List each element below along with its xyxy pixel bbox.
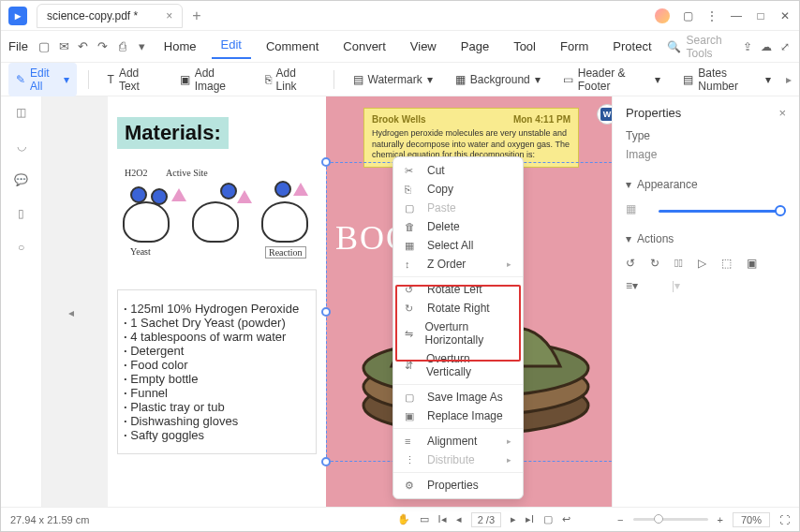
cm-alignment[interactable]: ≡Alignment▸ (393, 432, 523, 451)
actions-label: Actions (637, 232, 674, 245)
menu-edit[interactable]: Edit (212, 34, 251, 59)
slider-thumb[interactable] (775, 205, 786, 216)
last-page-icon[interactable]: ▸I (526, 513, 534, 525)
word-export-icon[interactable]: W (597, 104, 612, 125)
thumbnails-icon[interactable]: ◫ (16, 106, 26, 119)
cloud-icon[interactable]: ☁ (760, 38, 773, 55)
fullscreen-icon[interactable]: ⛶ (779, 514, 790, 525)
menu-file[interactable]: File (8, 39, 28, 53)
next-page-icon[interactable]: ▸ (511, 513, 516, 525)
search-panel-icon[interactable]: ○ (18, 241, 24, 254)
zoom-value[interactable]: 70% (733, 512, 770, 527)
collapse-icon[interactable]: ▾ (626, 232, 631, 245)
rotate-right-icon[interactable]: ↻ (650, 257, 659, 270)
selection-handle[interactable] (321, 157, 331, 167)
search-placeholder[interactable]: Search Tools (687, 34, 736, 60)
user-badge-icon[interactable] (655, 8, 670, 23)
list-item: Plastic tray or tub (124, 400, 310, 414)
save-icon: ▢ (405, 392, 418, 404)
panel-toggle-icon[interactable]: ▸ (786, 73, 792, 86)
notification-icon[interactable]: ▢ (681, 9, 694, 22)
zoom-out-icon[interactable]: − (617, 514, 623, 525)
window-minimize-icon[interactable]: — (730, 9, 743, 22)
add-link-button[interactable]: ⎘Add Link (258, 63, 322, 96)
select-tool-icon[interactable]: ▭ (420, 513, 429, 525)
edit-toolbar: ✎Edit All▾ TAdd Text ▣Add Image ⎘Add Lin… (1, 63, 799, 96)
zoom-in-icon[interactable]: + (718, 514, 723, 525)
prev-page-arrow[interactable]: ◂ (68, 306, 74, 319)
rotate-left-icon[interactable]: ↺ (626, 257, 635, 270)
panel-close-icon[interactable]: × (778, 106, 786, 120)
cm-z-order[interactable]: ↕Z Order▸ (393, 255, 523, 273)
cm-save-image[interactable]: ▢Save Image As (393, 388, 523, 406)
cm-cut[interactable]: ✂Cut (393, 161, 523, 180)
menu-view[interactable]: View (401, 36, 446, 57)
selection-handle[interactable] (321, 457, 331, 466)
undo-icon[interactable]: ↶ (77, 38, 91, 55)
export-icon[interactable]: ⇪ (742, 38, 755, 55)
replace-icon[interactable]: ▣ (747, 257, 757, 270)
expand-icon[interactable]: ⤢ (778, 38, 792, 55)
chevron-down-icon: ▾ (765, 73, 771, 86)
cm-select-all[interactable]: ▦Select All (393, 236, 523, 255)
menu-home[interactable]: Home (155, 36, 206, 57)
gear-icon: ⚙ (405, 480, 418, 492)
context-menu: ✂Cut ⎘Copy ▢Paste 🗑Delete ▦Select All ↕Z… (393, 156, 524, 499)
crop-icon[interactable]: ⬚ (721, 257, 732, 270)
redo-icon[interactable]: ↷ (96, 38, 110, 55)
cm-copy[interactable]: ⎘Copy (393, 180, 523, 199)
bates-number-button[interactable]: ▤Bates Number▾ (675, 63, 778, 96)
share-icon[interactable]: ▾ (135, 38, 149, 55)
cm-delete[interactable]: 🗑Delete (393, 217, 523, 236)
attachments-icon[interactable]: ▯ (18, 207, 24, 220)
prev-page-icon[interactable]: ◂ (456, 513, 462, 525)
header-footer-button[interactable]: ▭Header & Footer▾ (556, 63, 669, 96)
menu-convert[interactable]: Convert (333, 36, 395, 57)
menu-form[interactable]: Form (551, 36, 598, 57)
document-tab[interactable]: science-copy.pdf * × (37, 4, 183, 28)
background-button[interactable]: ▦Background▾ (448, 69, 548, 90)
zoom-slider[interactable] (633, 518, 708, 521)
zoom-thumb[interactable] (654, 514, 663, 524)
menu-page[interactable]: Page (452, 36, 498, 57)
align-icon[interactable]: ≡▾ (626, 279, 638, 292)
cm-overturn-v[interactable]: ⇵Overturn Vertically (393, 349, 523, 381)
window-maximize-icon[interactable]: □ (754, 9, 767, 22)
window-close-icon[interactable]: ✕ (778, 9, 792, 22)
edit-all-button[interactable]: ✎Edit All▾ (8, 63, 77, 96)
cm-rotate-left[interactable]: ↺Rotate Left (393, 280, 523, 299)
page-indicator[interactable]: 2 /3 (471, 512, 501, 527)
image-icon: ▣ (180, 73, 190, 86)
cm-rotate-right[interactable]: ↻Rotate Right (393, 299, 523, 318)
mail-icon[interactable]: ✉ (57, 38, 71, 55)
opacity-slider[interactable] (659, 210, 780, 213)
tab-close-icon[interactable]: × (166, 9, 172, 22)
menu-dots-icon[interactable]: ⋮ (705, 9, 719, 22)
print-icon[interactable]: ⎙ (115, 38, 129, 55)
save-icon[interactable]: ▢ (37, 38, 52, 55)
add-text-button[interactable]: TAdd Text (100, 63, 165, 96)
watermark-button[interactable]: ▤Watermark▾ (346, 69, 440, 90)
delete-icon: 🗑 (405, 221, 418, 232)
cm-properties[interactable]: ⚙Properties (393, 476, 523, 495)
menu-tool[interactable]: Tool (504, 36, 545, 57)
hand-tool-icon[interactable]: ✋ (397, 513, 410, 525)
collapse-icon[interactable]: ▾ (626, 178, 631, 191)
flip-v-icon: ⇵ (405, 360, 417, 372)
add-image-button[interactable]: ▣Add Image (172, 63, 250, 96)
menu-comment[interactable]: Comment (257, 36, 328, 57)
flip-h-icon[interactable]: �⃠ (674, 257, 683, 270)
fit-page-icon[interactable]: ▢ (543, 513, 553, 525)
selection-handle[interactable] (321, 307, 331, 317)
menu-protect[interactable]: Protect (603, 36, 660, 57)
cm-overturn-h[interactable]: ⇋Overturn Horizontally (393, 318, 523, 349)
search-icon[interactable]: 🔍 (667, 40, 681, 53)
first-page-icon[interactable]: I◂ (438, 513, 447, 525)
flip-v-icon[interactable]: ▷ (698, 257, 706, 270)
comments-icon[interactable]: 💬 (14, 173, 28, 186)
document-canvas[interactable]: ◂ Materials: H2O2 Active Site (42, 96, 612, 507)
bookmark-icon[interactable]: ◡ (17, 140, 26, 153)
reflow-icon[interactable]: ↩ (562, 513, 570, 525)
new-tab-button[interactable]: + (192, 7, 200, 24)
cm-replace-image[interactable]: ▣Replace Image (393, 406, 523, 425)
